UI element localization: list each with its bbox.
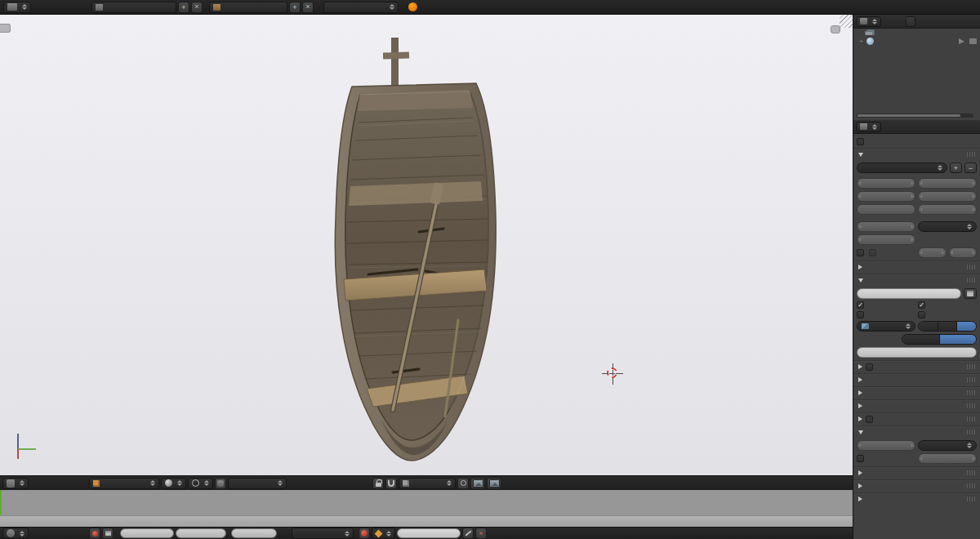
record-button[interactable] — [359, 528, 370, 539]
panel-motion-blur[interactable] — [853, 412, 980, 425]
row-boat-model[interactable] — [321, 33, 509, 474]
panel-sampling[interactable] — [853, 373, 980, 385]
close-scene-button[interactable]: × — [302, 2, 314, 13]
panel-post-processing[interactable] — [853, 479, 980, 492]
resolution-x-field[interactable] — [857, 178, 915, 189]
snap-peel-toggle[interactable] — [457, 478, 469, 489]
motion-blur-checkbox[interactable] — [866, 416, 873, 423]
cursor-3d[interactable] — [602, 363, 623, 385]
renderability-camera-icon[interactable] — [969, 38, 977, 44]
frame-rate-dropdown[interactable] — [918, 221, 977, 232]
osl-checkbox[interactable] — [857, 138, 864, 145]
lock-to-scene-button[interactable] — [372, 478, 384, 489]
toolshelf-tab[interactable] — [0, 24, 11, 33]
panel-metadata[interactable] — [853, 261, 980, 273]
output-path-field[interactable] — [857, 288, 961, 299]
render-anim-button[interactable] — [487, 478, 501, 489]
outliner-horizontal-scrollbar[interactable] — [857, 114, 973, 118]
border-checkbox[interactable] — [857, 249, 864, 256]
start-frame-input[interactable] — [120, 528, 174, 538]
render-engine-selector[interactable] — [323, 2, 399, 13]
sync-mode-dropdown[interactable] — [292, 528, 354, 539]
add-layout-button[interactable]: + — [178, 2, 189, 13]
panel-performance[interactable] — [853, 466, 980, 479]
close-layout-button[interactable]: × — [191, 2, 203, 13]
expand-plus-icon[interactable] — [858, 38, 864, 45]
current-frame-line[interactable] — [0, 490, 2, 515]
add-scene-button[interactable]: + — [289, 2, 301, 13]
channels-bw-button[interactable] — [919, 322, 938, 331]
channels-rgba-button[interactable] — [957, 322, 976, 331]
auto-keyframe-toggle[interactable] — [89, 528, 100, 539]
remap-old-field[interactable] — [918, 247, 947, 258]
editor-type-selector-3dview[interactable] — [2, 478, 29, 489]
panel-dimensions[interactable] — [853, 148, 980, 160]
resolution-percent-field[interactable] — [857, 204, 915, 215]
remove-preset-button[interactable]: − — [964, 163, 977, 173]
render-still-button[interactable] — [470, 478, 485, 489]
crop-checkbox[interactable] — [869, 249, 876, 256]
file-format-dropdown[interactable] — [857, 321, 915, 332]
viewport-3d[interactable] — [0, 15, 853, 475]
outliner-item-world[interactable] — [858, 36, 978, 47]
delete-keyframe-button[interactable]: × — [475, 528, 487, 539]
depth-16-button[interactable] — [940, 335, 977, 344]
viewport-shading-dropdown[interactable] — [161, 478, 186, 489]
transform-orientation-dropdown[interactable] — [228, 478, 287, 489]
overwrite-checkbox[interactable] — [857, 301, 864, 309]
channels-segment — [918, 321, 977, 332]
filter-width-field[interactable] — [918, 453, 977, 464]
insert-keyframe-button[interactable] — [462, 528, 474, 539]
channels-rgb-button[interactable] — [938, 322, 958, 331]
timeline-track-area[interactable] — [0, 490, 853, 515]
panel-geometry[interactable] — [853, 386, 980, 399]
keying-options-button[interactable] — [102, 528, 114, 539]
depth-8-button[interactable] — [902, 335, 940, 344]
panel-film[interactable] — [853, 425, 980, 438]
file-browse-button[interactable] — [964, 288, 977, 299]
panel-light-paths[interactable] — [853, 399, 980, 412]
add-preset-button[interactable]: + — [950, 163, 962, 173]
editor-type-selector-timeline[interactable] — [2, 528, 29, 539]
exposure-field[interactable] — [857, 440, 915, 451]
panel-bake[interactable] — [853, 492, 980, 505]
render-presets-dropdown[interactable] — [857, 163, 947, 173]
editor-type-selector-info[interactable] — [3, 2, 31, 13]
resolution-y-field[interactable] — [857, 191, 915, 202]
pixel-filter-dropdown[interactable] — [918, 440, 977, 451]
outliner-panel[interactable] — [853, 29, 980, 120]
snap-toggle[interactable] — [385, 478, 397, 489]
compression-slider[interactable] — [857, 347, 977, 358]
outliner-scope-dropdown[interactable] — [906, 16, 915, 27]
keying-set-dropdown[interactable] — [372, 528, 395, 539]
scene-selector[interactable] — [209, 2, 287, 13]
panel-freestyle[interactable] — [853, 360, 980, 372]
current-frame-input[interactable] — [231, 528, 277, 538]
pivot-dropdown[interactable] — [188, 478, 213, 489]
remap-new-field[interactable] — [949, 247, 978, 258]
placeholders-checkbox[interactable] — [857, 311, 864, 318]
file-extensions-checkbox[interactable] — [918, 301, 925, 309]
aspect-x-field[interactable] — [857, 221, 915, 232]
cache-result-checkbox[interactable] — [918, 311, 925, 318]
transparent-checkbox[interactable] — [857, 455, 864, 462]
editor-resize-corner[interactable] — [840, 15, 853, 28]
panel-output[interactable] — [853, 274, 980, 286]
timeline-ruler[interactable] — [0, 515, 853, 527]
frame-step-field[interactable] — [918, 204, 977, 215]
end-frame-input[interactable] — [176, 528, 226, 538]
outliner-item-renderlayers-partial[interactable] — [865, 29, 980, 35]
editor-type-selector-properties[interactable] — [856, 122, 881, 132]
freestyle-checkbox[interactable] — [866, 363, 873, 371]
screen-layout-selector[interactable] — [91, 2, 176, 13]
properties-shelf-tab[interactable] — [831, 25, 840, 33]
editor-type-selector-outliner[interactable] — [856, 16, 881, 27]
aspect-y-field[interactable] — [857, 234, 915, 245]
manipulator-toggle[interactable] — [215, 478, 226, 489]
end-frame-field[interactable] — [918, 191, 977, 202]
start-frame-field[interactable] — [918, 178, 977, 189]
mode-dropdown[interactable] — [89, 478, 159, 489]
selectability-arrow-icon[interactable] — [959, 38, 964, 44]
snap-element-dropdown[interactable] — [399, 478, 456, 489]
active-keying-set-input[interactable] — [397, 528, 461, 538]
